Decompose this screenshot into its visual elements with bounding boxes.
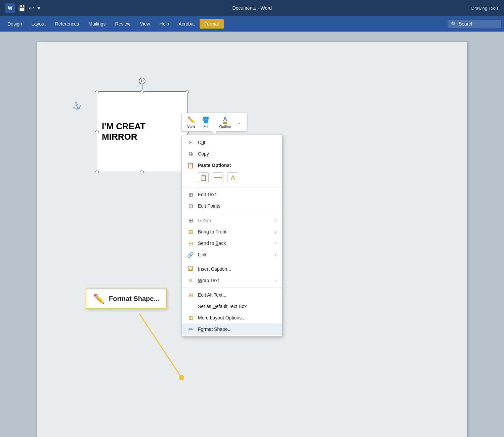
menu-help[interactable]: Help <box>155 19 174 29</box>
handle-bot-left[interactable] <box>95 170 99 173</box>
ctx-more-layout[interactable]: ⊞ More Layout Options... <box>182 312 282 323</box>
svg-point-1 <box>179 375 184 380</box>
mini-toolbar: ✏️ Style 🪣 Fill A Outline ⋮ <box>181 113 247 132</box>
fill-button[interactable]: 🪣 Fill <box>199 115 212 130</box>
sep-1 <box>182 187 282 187</box>
bring-front-icon: ⊞ <box>187 228 194 235</box>
search-box[interactable]: 🔍 Search <box>448 20 501 28</box>
ctx-paste-label: Paste Options: <box>198 163 277 168</box>
ctx-wrap-text-label: Wrap Text <box>198 278 271 283</box>
document-title: Document1 - Word <box>232 5 271 11</box>
menu-review[interactable]: Review <box>111 19 135 29</box>
outline-button[interactable]: A Outline <box>216 115 234 130</box>
ctx-edit-points-label: Edit Points <box>198 203 277 209</box>
ctx-wrap-text[interactable]: ≡ Wrap Text › <box>182 275 282 286</box>
send-back-icon: ⊟ <box>187 240 194 247</box>
menu-acrobat[interactable]: Acrobat <box>174 19 199 29</box>
handle-top-mid[interactable] <box>140 90 144 93</box>
more-icon: ⋮ <box>238 120 241 125</box>
text-box-content: I'M CREAT MIRROR <box>102 121 182 142</box>
ctx-send-back[interactable]: ⊟ Send to Back › <box>182 237 282 249</box>
handle-bot-mid[interactable] <box>140 170 144 173</box>
dropdown-icon[interactable]: ▾ <box>37 4 40 12</box>
fill-label: Fill <box>203 124 208 128</box>
style-button[interactable]: ✏️ Style <box>184 115 198 130</box>
style-icon: ✏️ <box>187 116 195 124</box>
anchor-icon: ⚓ <box>71 100 82 111</box>
ctx-format-shape-bottom[interactable]: ✏ Format Shape... <box>182 323 282 335</box>
outline-label: Outline <box>219 125 231 129</box>
sep-2 <box>182 213 282 213</box>
ctx-default-textbox-label: Set as Default Text Box <box>198 304 277 309</box>
text-line-1: I'M CREAT <box>102 121 182 132</box>
ctx-paste-header: 📋 Paste Options: <box>182 160 282 171</box>
search-label: Search <box>459 21 473 27</box>
copy-icon: ⧉ <box>187 150 194 157</box>
handle-top-left[interactable] <box>95 90 99 93</box>
rotate-handle[interactable]: ↻ <box>139 78 145 84</box>
menu-references[interactable]: References <box>50 19 84 29</box>
menu-bar: Design Layout References Mailings Review… <box>0 16 504 32</box>
link-icon: 🔗 <box>187 251 194 258</box>
ctx-bring-front[interactable]: ⊞ Bring to Front › <box>182 226 282 237</box>
format-shape-tooltip-label: Format Shape... <box>109 295 159 303</box>
ctx-format-shape-bottom-label: Format Shape... <box>198 326 277 332</box>
toolbar-divider <box>214 116 214 128</box>
edit-alt-icon: ⊞ <box>187 292 194 298</box>
paste-format-3[interactable]: A <box>227 172 238 183</box>
toolbar-arrow <box>212 131 217 134</box>
link-arrow: › <box>275 252 277 257</box>
undo-icon[interactable]: ↩ <box>29 4 34 12</box>
ctx-edit-alt[interactable]: ⊞ Edit Alt Text... <box>182 289 282 301</box>
paste-format-2[interactable]: ⟶ <box>213 172 223 183</box>
text-box[interactable]: ↻ I'M CREAT MIRROR <box>97 91 187 172</box>
style-label: Style <box>187 124 195 128</box>
handle-mid-left[interactable] <box>95 130 99 133</box>
word-icon: W <box>5 3 15 13</box>
quick-save-icon[interactable]: 💾 <box>18 4 26 12</box>
ctx-group: ⊞ Group › <box>182 215 282 226</box>
edit-text-icon: ⊞ <box>187 191 194 198</box>
menu-format[interactable]: Format <box>200 19 224 29</box>
group-icon: ⊞ <box>187 217 194 224</box>
more-layout-icon: ⊞ <box>187 314 194 321</box>
format-shape-bottom-icon: ✏ <box>187 326 194 333</box>
sep-4 <box>182 288 282 288</box>
menu-mailings[interactable]: Mailings <box>84 19 110 29</box>
ctx-bring-front-label: Bring to Front <box>198 229 271 234</box>
ctx-edit-points[interactable]: ⊡ Edit Points <box>182 200 282 212</box>
ctx-edit-text[interactable]: ⊞ Edit Text <box>182 189 282 200</box>
document-area: ⚓ ↻ I'M CREAT MIRROR ✏️ Style <box>0 32 504 437</box>
insert-caption-icon: 🖼 <box>187 266 194 272</box>
handle-top-right[interactable] <box>185 90 189 93</box>
paste-options-row: 📋 ⟶ A <box>182 171 282 186</box>
paste-format-1[interactable]: 📋 <box>198 172 209 183</box>
ctx-copy[interactable]: ⧉ Copy <box>182 148 282 160</box>
more-button[interactable]: ⋮ <box>235 119 244 126</box>
menu-view[interactable]: View <box>135 19 155 29</box>
menu-layout[interactable]: Layout <box>27 19 50 29</box>
ctx-cut[interactable]: ✂ Cut <box>182 137 282 148</box>
ctx-edit-text-label: Edit Text <box>198 192 277 197</box>
ctx-send-back-label: Send to Back <box>198 241 271 246</box>
edit-points-icon: ⊡ <box>187 203 194 209</box>
send-back-arrow: › <box>275 241 277 246</box>
svg-line-0 <box>139 314 181 378</box>
document-page: ⚓ ↻ I'M CREAT MIRROR ✏️ Style <box>37 42 467 437</box>
menu-design[interactable]: Design <box>3 19 27 29</box>
ctx-more-layout-label: More Layout Options... <box>198 315 277 320</box>
title-bar-left: W 💾 ↩ ▾ <box>5 3 40 13</box>
group-arrow: › <box>275 218 277 223</box>
ctx-insert-caption[interactable]: 🖼 Insert Caption... <box>182 263 282 275</box>
ctx-default-textbox[interactable]: Set as Default Text Box <box>182 301 282 312</box>
drawing-tools-label: Drawing Tools <box>471 6 499 11</box>
ctx-link[interactable]: 🔗 Link › <box>182 249 282 260</box>
paste-icon: 📋 <box>187 162 194 169</box>
search-icon: 🔍 <box>451 21 457 27</box>
fill-icon: 🪣 <box>202 116 209 124</box>
wrap-text-arrow: › <box>275 278 277 283</box>
cut-icon: ✂ <box>187 139 194 146</box>
outline-icon: A <box>223 116 227 124</box>
bring-front-arrow: › <box>275 229 277 234</box>
title-bar: W 💾 ↩ ▾ Document1 - Word Drawing Tools <box>0 0 504 16</box>
